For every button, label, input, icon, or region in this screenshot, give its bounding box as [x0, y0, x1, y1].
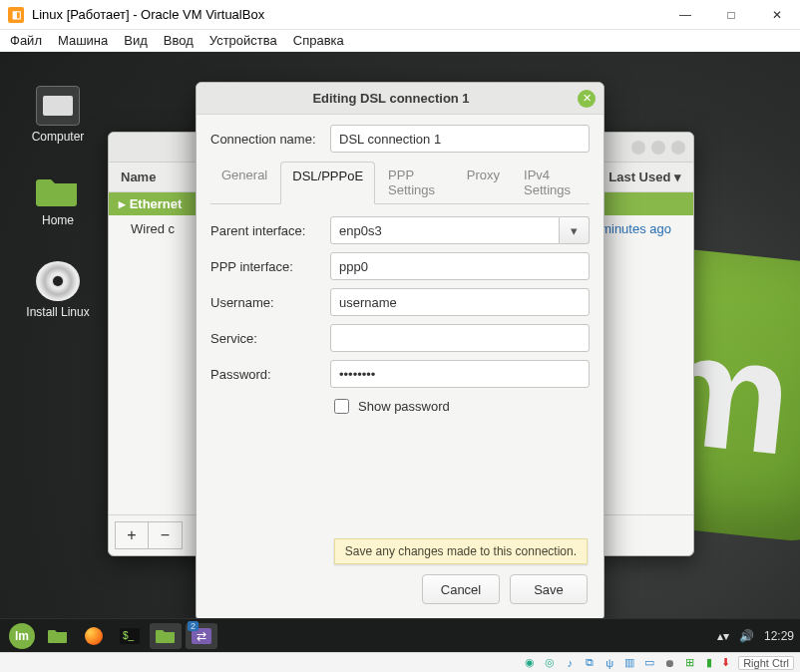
save-tooltip: Save any changes made to this connection…: [334, 538, 588, 564]
menu-help[interactable]: Справка: [293, 33, 344, 48]
menu-machine[interactable]: Машина: [58, 33, 108, 48]
password-label: Password:: [210, 367, 330, 382]
dlg-tabs: General DSL/PPPoE PPP Settings Proxy IPv…: [210, 161, 590, 204]
network-tray-icon[interactable]: ▴▾: [717, 629, 729, 643]
maximize-button[interactable]: □: [708, 0, 754, 30]
desktop-icon-label: Install Linux: [26, 305, 89, 319]
taskbar-terminal[interactable]: $_: [114, 623, 146, 649]
nc-minimize-button[interactable]: [631, 141, 645, 155]
desktop-icon-label: Home: [42, 213, 74, 227]
parent-interface-input[interactable]: [330, 216, 560, 244]
taskbar-window-filemanager[interactable]: [150, 623, 182, 649]
guest-taskbar: lm $_ 2 ⇄ ▴▾ 🔊 12:29: [0, 618, 800, 652]
dlg-title: Editing DSL connection 1: [204, 91, 578, 106]
column-last-used[interactable]: Last Used ▾: [608, 169, 681, 184]
taskbar-files[interactable]: [42, 623, 74, 649]
service-input[interactable]: [330, 324, 590, 352]
nc-maximize-button[interactable]: [651, 141, 665, 155]
menu-input[interactable]: Ввод: [164, 33, 194, 48]
status-optical-icon[interactable]: ◉: [522, 656, 538, 670]
connection-name-label: Connection name:: [210, 132, 330, 147]
parent-interface-label: Parent interface:: [210, 223, 330, 238]
chevron-down-icon: ▾: [571, 223, 578, 238]
menu-file[interactable]: Файл: [10, 33, 42, 48]
status-audio-icon[interactable]: ♪: [562, 656, 578, 670]
add-connection-button[interactable]: +: [115, 521, 149, 549]
cancel-button[interactable]: Cancel: [422, 574, 500, 604]
vb-menubar: Файл Машина Вид Ввод Устройства Справка: [0, 30, 800, 52]
taskbar-window-network-connections[interactable]: 2 ⇄: [186, 623, 217, 649]
tab-ppp-settings[interactable]: PPP Settings: [377, 162, 454, 204]
save-button[interactable]: Save: [510, 574, 588, 604]
username-label: Username:: [210, 295, 330, 310]
desktop-icon-label: Computer: [32, 130, 85, 144]
ppp-interface-label: PPP interface:: [210, 259, 330, 274]
window-count-badge: 2: [188, 621, 199, 631]
tab-dsl-pppoe[interactable]: DSL/PPPoE: [280, 162, 375, 204]
nc-close-button[interactable]: [671, 141, 685, 155]
tab-proxy[interactable]: Proxy: [456, 162, 511, 204]
section-label: ▸ Ethernet: [119, 196, 182, 211]
dlg-titlebar[interactable]: Editing DSL connection 1 ✕: [197, 83, 603, 115]
terminal-icon: $_: [120, 628, 140, 644]
status-network-icon[interactable]: ⧉: [582, 656, 598, 670]
status-hdd-icon[interactable]: ◎: [542, 656, 558, 670]
connection-last-used: minutes ago: [600, 221, 671, 236]
host-key-label[interactable]: Right Ctrl: [738, 656, 794, 670]
parent-interface-dropdown[interactable]: ▾: [560, 216, 590, 244]
guest-desktop: Computer Home Install Linux Name Last Us…: [0, 52, 800, 652]
remove-connection-button[interactable]: −: [149, 521, 183, 549]
tab-general[interactable]: General: [210, 162, 278, 204]
minimize-button[interactable]: —: [662, 0, 708, 30]
vb-statusbar: ◉ ◎ ♪ ⧉ ψ ▥ ▭ ⏺ ⊞ ▮ ⬇ Right Ctrl: [0, 652, 800, 672]
dlg-close-button[interactable]: ✕: [578, 90, 596, 108]
connection-name-input[interactable]: [330, 125, 590, 153]
desktop-icon-install[interactable]: Install Linux: [18, 261, 98, 319]
show-password-checkbox[interactable]: [334, 399, 349, 414]
menu-view[interactable]: Вид: [124, 33, 148, 48]
taskbar-firefox[interactable]: [78, 623, 110, 649]
ppp-interface-input[interactable]: [330, 252, 590, 280]
username-input[interactable]: [330, 288, 590, 316]
volume-tray-icon[interactable]: 🔊: [739, 629, 754, 643]
status-usb-icon[interactable]: ψ: [601, 656, 617, 670]
status-display-icon[interactable]: ▭: [641, 656, 657, 670]
vb-titlebar: ◧ Linux [Работает] - Oracle VM VirtualBo…: [0, 0, 800, 30]
tab-ipv4-settings[interactable]: IPv4 Settings: [513, 162, 590, 204]
status-cpu-icon[interactable]: ⊞: [681, 656, 697, 670]
show-password-label: Show password: [358, 399, 450, 414]
dlg-actions: Save any changes made to this connection…: [197, 560, 603, 620]
status-record-icon[interactable]: ⏺: [661, 656, 677, 670]
status-shared-folder-icon[interactable]: ▥: [621, 656, 637, 670]
mint-menu-icon: lm: [9, 623, 35, 649]
password-input[interactable]: [330, 360, 590, 388]
edit-connection-dialog: Editing DSL connection 1 ✕ Connection na…: [196, 82, 604, 621]
hostkey-indicator-icon: ⬇: [721, 656, 730, 669]
close-button[interactable]: ✕: [754, 0, 800, 30]
taskbar-clock[interactable]: 12:29: [764, 629, 794, 643]
menu-devices[interactable]: Устройства: [209, 33, 277, 48]
home-folder-icon: [36, 169, 80, 209]
service-label: Service:: [210, 331, 330, 346]
firefox-icon: [85, 627, 103, 645]
virtualbox-icon: ◧: [8, 7, 24, 23]
disc-icon: [36, 261, 80, 301]
desktop-icon-home[interactable]: Home: [18, 169, 98, 227]
computer-icon: [36, 86, 80, 126]
mint-menu-button[interactable]: lm: [6, 623, 38, 649]
desktop-icon-computer[interactable]: Computer: [18, 86, 98, 144]
vb-window-title: Linux [Работает] - Oracle VM VirtualBox: [32, 7, 662, 22]
status-mouse-icon[interactable]: ▮: [701, 656, 717, 670]
